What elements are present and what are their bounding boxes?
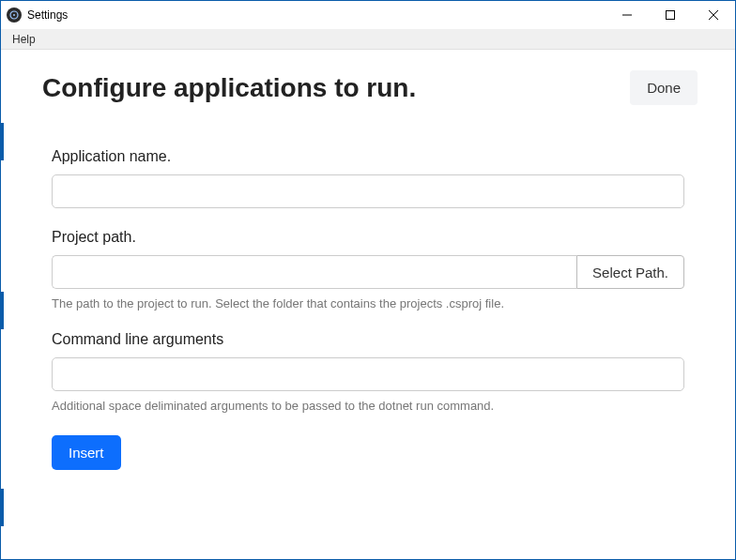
maximize-button[interactable] xyxy=(649,1,692,29)
edge-decoration xyxy=(1,292,4,329)
project-path-label: Project path. xyxy=(52,229,684,246)
args-label: Command line arguments xyxy=(52,331,684,348)
project-path-help: The path to the project to run. Select t… xyxy=(52,296,684,310)
close-button[interactable] xyxy=(692,1,735,29)
field-app-name: Application name. xyxy=(52,148,684,208)
field-project-path: Project path. Select Path. The path to t… xyxy=(52,229,684,310)
project-path-input[interactable] xyxy=(52,255,576,289)
window-controls xyxy=(606,1,735,29)
minimize-button[interactable] xyxy=(606,1,649,29)
menu-help[interactable]: Help xyxy=(7,31,41,48)
window-title: Settings xyxy=(27,8,68,22)
done-button[interactable]: Done xyxy=(630,70,698,105)
app-icon xyxy=(7,8,22,23)
edge-decoration xyxy=(1,123,4,160)
field-args: Command line arguments Additional space … xyxy=(52,331,684,413)
svg-point-1 xyxy=(13,14,15,16)
edge-decoration xyxy=(1,489,4,526)
page-title: Configure applications to run. xyxy=(42,73,416,103)
menubar: Help xyxy=(1,29,735,50)
app-name-input[interactable] xyxy=(52,174,684,208)
titlebar: Settings xyxy=(1,1,735,29)
app-name-label: Application name. xyxy=(52,148,684,165)
args-help: Additional space deliminated arguments t… xyxy=(52,399,684,413)
insert-button[interactable]: Insert xyxy=(52,435,121,470)
header-row: Configure applications to run. Done xyxy=(1,50,735,122)
args-input[interactable] xyxy=(52,357,684,391)
form: Application name. Project path. Select P… xyxy=(1,122,735,470)
content: Configure applications to run. Done Appl… xyxy=(1,50,735,470)
select-path-button[interactable]: Select Path. xyxy=(576,255,684,289)
svg-rect-3 xyxy=(667,11,675,20)
